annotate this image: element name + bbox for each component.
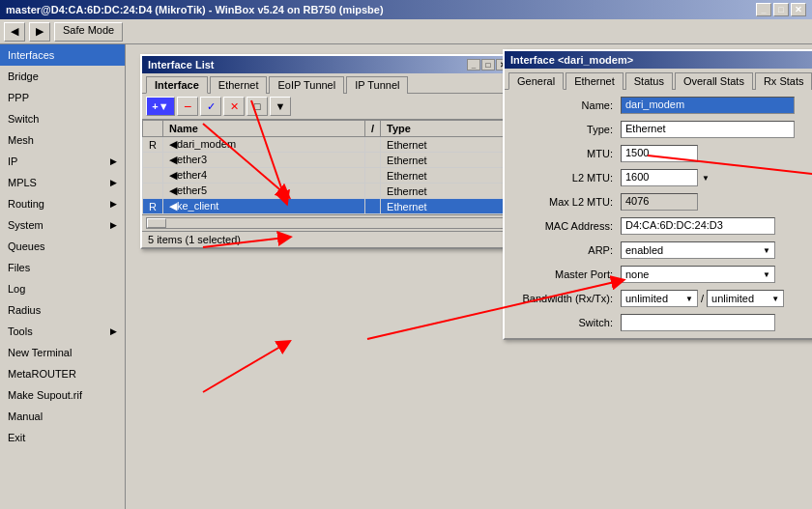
name-input[interactable]: dari_modem — [621, 97, 795, 114]
sidebar-item-radius[interactable]: Radius — [0, 299, 125, 321]
sidebar-item-tools[interactable]: Tools ▶ — [0, 321, 125, 342]
interface-list-window: Interface List _ □ ✕ Interface Ethernet … — [140, 54, 517, 249]
sidebar-item-manual[interactable]: Manual — [0, 406, 125, 427]
tab-status[interactable]: Status — [625, 72, 673, 90]
type-control: Ethernet — [621, 121, 800, 138]
disable-button[interactable]: ✕ — [223, 97, 245, 116]
master-port-control: none ▼ — [621, 266, 800, 283]
sidebar-item-files[interactable]: Files — [0, 257, 125, 278]
sidebar-item-interfaces[interactable]: Interfaces — [0, 44, 125, 66]
mac-label: MAC Address: — [514, 220, 621, 232]
tab-interface[interactable]: Interface — [146, 76, 208, 94]
sidebar-item-queues[interactable]: Queues — [0, 236, 125, 257]
row-sep — [364, 137, 380, 153]
name-control: dari_modem — [621, 97, 800, 114]
table-row[interactable]: ◀ether3 Ethernet — [143, 153, 515, 168]
tab-rx-stats[interactable]: Rx Stats — [755, 72, 812, 90]
l2mtu-input[interactable]: 1600 — [621, 169, 698, 186]
master-port-dropdown[interactable]: none ▼ — [621, 266, 775, 283]
sidebar-label-routing: Routing — [8, 198, 44, 210]
horizontal-scrollbar[interactable] — [146, 217, 511, 229]
row-sep — [364, 184, 380, 199]
tab-ethernet[interactable]: Ethernet — [566, 72, 624, 90]
col-flag[interactable] — [143, 121, 163, 137]
window-maximize-button[interactable]: □ — [481, 59, 495, 71]
sidebar-item-switch[interactable]: Switch — [0, 108, 125, 129]
sidebar-label-new-terminal: New Terminal — [8, 347, 72, 358]
forward-button[interactable]: ▶ — [29, 22, 50, 42]
col-type[interactable]: Type — [381, 121, 515, 137]
bandwidth-rx-dropdown[interactable]: unlimited ▼ — [621, 290, 698, 307]
row-name: ◀dari_modem — [162, 137, 364, 153]
sidebar-item-ppp[interactable]: PPP — [0, 87, 125, 108]
enable-button[interactable]: ✓ — [200, 97, 221, 116]
remove-button[interactable]: − — [177, 97, 198, 116]
sidebar-label-queues: Queues — [8, 240, 45, 252]
sidebar-item-system[interactable]: System ▶ — [0, 214, 125, 236]
arp-label: ARP: — [514, 244, 621, 256]
interface-list-titlebar: Interface List _ □ ✕ — [142, 56, 515, 73]
back-button[interactable]: ◀ — [4, 22, 25, 42]
settings-button[interactable]: □ — [246, 97, 268, 116]
add-button[interactable]: +▼ — [146, 97, 175, 116]
sidebar-label-bridge: Bridge — [8, 71, 39, 82]
bandwidth-tx-dropdown[interactable]: unlimited ▼ — [707, 290, 784, 307]
row-type: Ethernet — [381, 168, 515, 184]
sidebar-item-exit[interactable]: Exit — [0, 427, 125, 448]
bw-arrow-icon: ▼ — [771, 295, 779, 303]
table-row[interactable]: ◀ether5 Ethernet — [143, 184, 515, 199]
maximize-button[interactable]: □ — [773, 3, 789, 16]
tab-overall-stats[interactable]: Overall Stats — [675, 72, 753, 90]
sidebar-item-metarouter[interactable]: MetaROUTER — [0, 363, 125, 384]
mtu-input[interactable]: 1500 — [621, 145, 698, 162]
sidebar-item-new-terminal[interactable]: New Terminal — [0, 342, 125, 363]
status-bar: 5 items (1 selected) — [142, 231, 515, 247]
sidebar-item-mpls[interactable]: MPLS ▶ — [0, 172, 125, 193]
mtu-row: MTU: 1500 — [514, 143, 800, 164]
sidebar-label-exit: Exit — [8, 432, 25, 443]
close-button[interactable]: ✕ — [791, 3, 806, 16]
table-row[interactable]: R ◀ke_client Ethernet — [143, 199, 515, 214]
tab-ip-tunnel[interactable]: IP Tunnel — [346, 76, 408, 94]
bandwidth-separator: / — [701, 293, 704, 304]
mac-input[interactable]: D4:CA:6D:DC:24:D3 — [621, 217, 775, 235]
row-type: Ethernet — [381, 153, 515, 168]
row-sep — [364, 199, 380, 214]
tab-general[interactable]: General — [508, 72, 564, 90]
dropdown-arrow-icon: ▼ — [763, 246, 770, 255]
row-sep — [364, 153, 380, 168]
arp-dropdown[interactable]: enabled ▼ — [621, 241, 775, 259]
minimize-button[interactable]: _ — [756, 3, 771, 16]
scroll-thumb[interactable] — [147, 218, 166, 228]
sidebar-item-ip[interactable]: IP ▶ — [0, 151, 125, 172]
table-row[interactable]: ◀ether4 Ethernet — [143, 168, 515, 184]
row-type: Ethernet — [381, 199, 515, 214]
safe-mode-button[interactable]: Safe Mode — [54, 22, 123, 42]
sidebar-item-routing[interactable]: Routing ▶ — [0, 193, 125, 214]
interface-list-title: Interface List — [148, 59, 214, 71]
sidebar-item-mesh[interactable]: Mesh — [0, 129, 125, 151]
sidebar-item-make-supout[interactable]: Make Supout.rif — [0, 384, 125, 406]
switch-row: Switch: — [514, 312, 800, 333]
filter-button[interactable]: ▼ — [270, 97, 291, 116]
sidebar-label-ppp: PPP — [8, 92, 29, 103]
col-name[interactable]: Name — [162, 121, 364, 137]
tab-eoip-tunnel[interactable]: EoIP Tunnel — [269, 76, 344, 94]
title-bar-buttons: _ □ ✕ — [756, 3, 806, 16]
sidebar: Interfaces Bridge PPP Switch Mesh IP ▶ M… — [0, 44, 126, 509]
row-sep — [364, 168, 380, 184]
sidebar-item-log[interactable]: Log — [0, 278, 125, 299]
bandwidth-control: unlimited ▼ / unlimited ▼ — [621, 290, 800, 307]
table-row[interactable]: R ◀dari_modem Ethernet — [143, 137, 515, 153]
sidebar-item-bridge[interactable]: Bridge — [0, 66, 125, 87]
name-row: Name: dari_modem — [514, 95, 800, 116]
row-flag — [143, 153, 163, 168]
bandwidth-label: Bandwidth (Rx/Tx): — [514, 293, 621, 304]
tab-ethernet[interactable]: Ethernet — [210, 76, 268, 94]
chevron-right-icon: ▶ — [110, 220, 117, 230]
col-sep[interactable]: / — [364, 121, 380, 137]
window-minimize-button[interactable]: _ — [467, 59, 480, 71]
mac-control: D4:CA:6D:DC:24:D3 — [621, 217, 800, 235]
sidebar-label-log: Log — [8, 283, 25, 295]
title-bar: master@D4:CA:6D:DC:24:D4 (MikroTik) - Wi… — [0, 0, 812, 19]
